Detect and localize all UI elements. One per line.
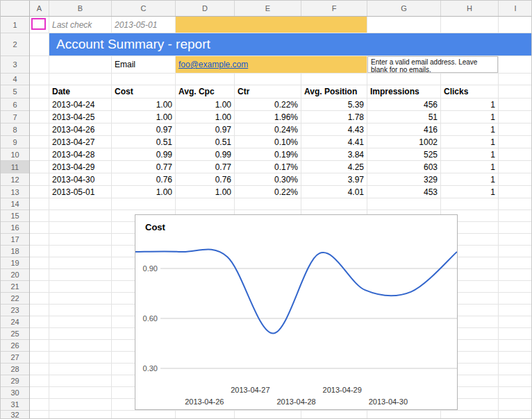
cell-E7[interactable]: 1.96% <box>235 111 301 123</box>
row-header-19[interactable]: 19 <box>1 257 29 269</box>
cell-F10[interactable]: 3.84 <box>301 148 367 160</box>
row-header-12[interactable]: 12 <box>1 173 29 186</box>
cell-F6[interactable]: 5.39 <box>301 99 367 110</box>
table-header-2[interactable]: Avg. Cpc <box>176 85 234 98</box>
row-header-27[interactable]: 27 <box>1 352 29 364</box>
cell-G7[interactable]: 51 <box>367 111 440 123</box>
cell-C10[interactable]: 0.99 <box>112 148 175 160</box>
row-header-9[interactable]: 9 <box>1 136 29 148</box>
cell-D8[interactable]: 0.97 <box>176 123 234 135</box>
row-header-20[interactable]: 20 <box>1 269 29 281</box>
cell-E6[interactable]: 0.22% <box>235 99 301 110</box>
row-header-32[interactable]: 32 <box>1 411 29 419</box>
cell-B8[interactable]: 2013-04-26 <box>49 123 111 135</box>
cell-last-check-label[interactable]: Last check <box>49 17 111 33</box>
embedded-chart[interactable]: Cost 0.900.600.302013-04-262013-04-27201… <box>135 214 458 410</box>
table-header-1[interactable]: Cost <box>112 85 175 98</box>
table-header-0[interactable]: Date <box>49 85 111 98</box>
cell-D13[interactable]: 1.00 <box>176 186 234 198</box>
column-header-E[interactable]: E <box>235 1 301 16</box>
cell-email-label[interactable]: Email <box>112 56 175 73</box>
cell-E13[interactable]: 0.22% <box>235 186 301 198</box>
cell-H10[interactable]: 1 <box>441 148 498 160</box>
cell-highlight-empty[interactable] <box>176 17 367 33</box>
email-link[interactable]: foo@example.com <box>178 60 248 69</box>
cell-E12[interactable]: 0.30% <box>235 173 301 185</box>
row-header-7[interactable]: 7 <box>1 111 29 123</box>
cell-F11[interactable]: 4.25 <box>301 161 367 173</box>
table-header-6[interactable]: Clicks <box>441 85 498 98</box>
row-header-17[interactable]: 17 <box>1 234 29 246</box>
banner-title[interactable]: Account Summary - report <box>49 33 532 55</box>
cell-last-check-value[interactable]: 2013-05-01 <box>112 17 175 33</box>
cell-B12[interactable]: 2013-04-30 <box>49 173 111 185</box>
cell-F7[interactable]: 1.78 <box>301 111 367 123</box>
row-header-26[interactable]: 26 <box>1 340 29 352</box>
column-header-C[interactable]: C <box>112 1 176 16</box>
cell-H11[interactable]: 1 <box>441 161 498 173</box>
cell-G11[interactable]: 603 <box>367 161 440 173</box>
cell-F8[interactable]: 4.43 <box>301 123 367 135</box>
column-header-B[interactable]: B <box>49 1 112 16</box>
cell-D6[interactable]: 1.00 <box>176 99 234 110</box>
column-header-F[interactable]: F <box>301 1 367 16</box>
table-header-3[interactable]: Ctr <box>235 85 301 98</box>
cell-H8[interactable]: 1 <box>441 123 498 135</box>
row-header-3[interactable]: 3 <box>1 56 29 74</box>
row-header-13[interactable]: 13 <box>1 186 29 198</box>
cell-E8[interactable]: 0.24% <box>235 123 301 135</box>
row-header-30[interactable]: 30 <box>1 387 29 399</box>
row-header-18[interactable]: 18 <box>1 246 29 257</box>
row-header-31[interactable]: 31 <box>1 399 29 411</box>
table-header-4[interactable]: Avg. Position <box>301 85 367 98</box>
column-header-A[interactable]: A <box>30 1 49 16</box>
cell-B10[interactable]: 2013-04-28 <box>49 148 111 160</box>
cell-H12[interactable]: 1 <box>441 173 498 185</box>
cell-C8[interactable]: 0.97 <box>112 123 175 135</box>
cell-G13[interactable]: 453 <box>367 186 440 198</box>
column-header-H[interactable]: H <box>441 1 499 16</box>
row-header-14[interactable]: 14 <box>1 198 29 210</box>
cell-E10[interactable]: 0.19% <box>235 148 301 160</box>
row-header-22[interactable]: 22 <box>1 293 29 305</box>
row-header-16[interactable]: 16 <box>1 222 29 234</box>
row-header-11[interactable]: 11 <box>1 161 29 173</box>
cell-C6[interactable]: 1.00 <box>112 99 175 110</box>
cell-E11[interactable]: 0.17% <box>235 161 301 173</box>
row-header-2[interactable]: 2 <box>1 33 29 56</box>
cell-F12[interactable]: 3.97 <box>301 173 367 185</box>
cell-B6[interactable]: 2013-04-24 <box>49 99 111 110</box>
cell-H7[interactable]: 1 <box>441 111 498 123</box>
cell-E9[interactable]: 0.10% <box>235 136 301 148</box>
cell-C7[interactable]: 1.00 <box>112 111 175 123</box>
cell-D7[interactable]: 1.00 <box>176 111 234 123</box>
cell-D11[interactable]: 0.77 <box>176 161 234 173</box>
row-header-25[interactable]: 25 <box>1 328 29 340</box>
cell-B13[interactable]: 2013-05-01 <box>49 186 111 198</box>
row-header-23[interactable]: 23 <box>1 305 29 316</box>
cell-C12[interactable]: 0.76 <box>112 173 175 185</box>
row-header-15[interactable]: 15 <box>1 210 29 222</box>
column-header-G[interactable]: G <box>367 1 441 16</box>
row-header-6[interactable]: 6 <box>1 99 29 111</box>
cell-G12[interactable]: 329 <box>367 173 440 185</box>
cell-H9[interactable]: 1 <box>441 136 498 148</box>
select-all-corner[interactable] <box>1 1 30 17</box>
row-header-21[interactable]: 21 <box>1 281 29 293</box>
cell-G10[interactable]: 525 <box>367 148 440 160</box>
cell-G9[interactable]: 1002 <box>367 136 440 148</box>
table-header-5[interactable]: Impressions <box>367 85 440 98</box>
cell-D9[interactable]: 0.51 <box>176 136 234 148</box>
row-header-29[interactable]: 29 <box>1 375 29 387</box>
column-header-I[interactable]: I <box>499 1 532 16</box>
cell-D12[interactable]: 0.76 <box>176 173 234 185</box>
cell-G6[interactable]: 456 <box>367 99 440 110</box>
row-header-10[interactable]: 10 <box>1 148 29 161</box>
cell-B11[interactable]: 2013-04-29 <box>49 161 111 173</box>
row-header-1[interactable]: 1 <box>1 17 29 33</box>
cell-H13[interactable]: 1 <box>441 186 498 198</box>
column-header-D[interactable]: D <box>176 1 235 16</box>
row-header-8[interactable]: 8 <box>1 123 29 136</box>
cell-G8[interactable]: 416 <box>367 123 440 135</box>
cell-C11[interactable]: 0.77 <box>112 161 175 173</box>
